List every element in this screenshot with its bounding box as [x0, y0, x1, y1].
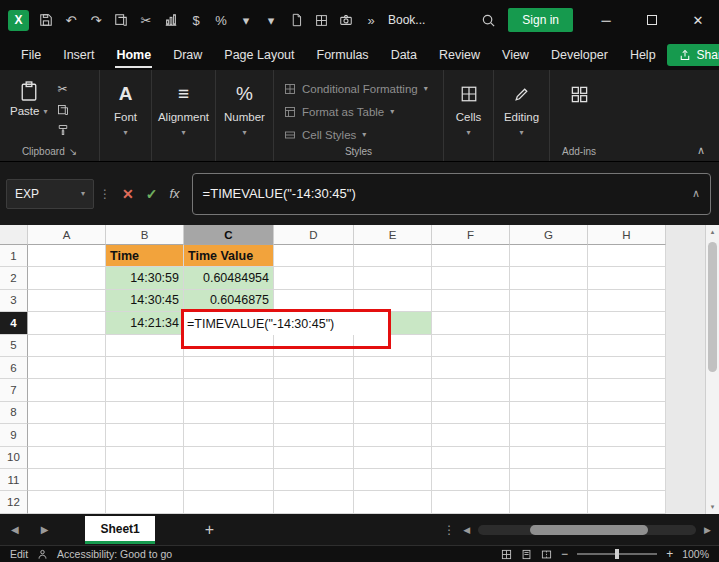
name-box[interactable]: EXP ▾ [6, 179, 94, 209]
copy-icon[interactable] [113, 12, 129, 28]
scroll-down-icon[interactable]: ▾ [706, 500, 719, 514]
fill-color-dropdown-icon[interactable]: ▾ [263, 12, 279, 28]
cell[interactable] [432, 402, 510, 424]
cell-C3[interactable]: 0.6046875 [184, 290, 274, 312]
tab-formulas[interactable]: Formulas [306, 41, 380, 69]
document-icon[interactable] [288, 12, 304, 28]
cell[interactable] [184, 379, 274, 401]
cell[interactable] [274, 245, 354, 267]
cell-B3[interactable]: 14:30:45 [106, 290, 184, 312]
next-sheet-button[interactable]: ▶ [30, 524, 60, 535]
column-header-A[interactable]: A [28, 225, 106, 245]
cell[interactable] [28, 447, 106, 469]
cell[interactable] [354, 267, 432, 289]
cell[interactable] [432, 379, 510, 401]
cell[interactable] [28, 245, 106, 267]
row-header-3[interactable]: 3 [0, 290, 28, 312]
cell[interactable] [354, 379, 432, 401]
cell[interactable] [106, 491, 184, 513]
cell-B1[interactable]: Time [106, 245, 184, 267]
tab-data[interactable]: Data [380, 41, 428, 69]
search-icon[interactable] [480, 12, 496, 28]
cell[interactable] [588, 312, 666, 334]
number-button[interactable]: % Number ▾ [216, 70, 273, 161]
cell[interactable] [184, 424, 274, 446]
cell[interactable] [432, 335, 510, 357]
cell[interactable] [510, 447, 588, 469]
tab-home[interactable]: Home [105, 41, 162, 69]
cell[interactable] [354, 469, 432, 491]
cell[interactable] [106, 424, 184, 446]
cell[interactable] [588, 491, 666, 513]
cell[interactable] [510, 335, 588, 357]
cell[interactable] [106, 335, 184, 357]
maximize-button[interactable] [631, 0, 673, 40]
editing-button[interactable]: Editing ▾ [494, 70, 549, 161]
cell-B4[interactable]: 14:21:34 [106, 312, 184, 334]
chart-icon[interactable] [163, 12, 179, 28]
cell[interactable] [588, 335, 666, 357]
row-header-7[interactable]: 7 [0, 379, 28, 401]
cell[interactable] [432, 312, 510, 334]
cell[interactable] [354, 245, 432, 267]
column-header-C[interactable]: C [184, 225, 274, 245]
close-button[interactable]: ✕ [677, 0, 719, 40]
tab-developer[interactable]: Developer [540, 41, 619, 69]
percent-style-icon[interactable]: % [213, 12, 229, 28]
clipboard-dialog-launcher[interactable]: ↘ [69, 146, 77, 157]
tab-file[interactable]: File [10, 41, 52, 69]
row-header-5[interactable]: 5 [0, 335, 28, 357]
cell[interactable] [432, 245, 510, 267]
horizontal-scrollbar[interactable] [478, 525, 696, 535]
row-header-2[interactable]: 2 [0, 267, 28, 289]
redo-icon[interactable]: ↷ [88, 12, 104, 28]
vertical-scrollbar[interactable]: ▴ ▾ [705, 225, 719, 514]
cut-icon[interactable]: ✂ [138, 12, 154, 28]
cell[interactable] [28, 290, 106, 312]
cell[interactable] [510, 424, 588, 446]
cell[interactable] [354, 335, 432, 357]
expand-formula-bar-icon[interactable]: ∧ [692, 187, 700, 200]
cell[interactable] [184, 491, 274, 513]
cell[interactable] [354, 402, 432, 424]
row-header-11[interactable]: 11 [0, 469, 28, 491]
undo-icon[interactable]: ↶ [63, 12, 79, 28]
cell[interactable] [354, 290, 432, 312]
tab-page-layout[interactable]: Page Layout [213, 41, 305, 69]
cell-B2[interactable]: 14:30:59 [106, 267, 184, 289]
save-icon[interactable] [38, 12, 54, 28]
cells-button[interactable]: Cells ▾ [444, 70, 493, 161]
row-header-6[interactable]: 6 [0, 357, 28, 379]
cell[interactable] [274, 357, 354, 379]
page-break-view-icon[interactable] [541, 549, 552, 560]
column-header-E[interactable]: E [354, 225, 432, 245]
cell[interactable] [274, 379, 354, 401]
cell[interactable] [184, 335, 274, 357]
normal-view-icon[interactable] [501, 549, 512, 560]
cell[interactable] [106, 469, 184, 491]
row-header-9[interactable]: 9 [0, 424, 28, 446]
cell[interactable] [28, 357, 106, 379]
cell[interactable] [588, 424, 666, 446]
cell[interactable] [432, 491, 510, 513]
cell[interactable] [28, 491, 106, 513]
cell[interactable] [274, 335, 354, 357]
cell[interactable] [588, 469, 666, 491]
cell[interactable] [354, 424, 432, 446]
cell[interactable] [354, 357, 432, 379]
select-all-corner[interactable] [0, 225, 28, 245]
cell[interactable] [274, 424, 354, 446]
zoom-slider-thumb[interactable] [615, 549, 619, 559]
scroll-left-icon[interactable]: ◀ [463, 525, 470, 535]
cell[interactable] [432, 357, 510, 379]
row-header-10[interactable]: 10 [0, 447, 28, 469]
zoom-out-button[interactable]: − [561, 547, 568, 561]
formula-input[interactable]: =TIMEVALUE("-14:30:45") ∧ [192, 173, 711, 215]
cell[interactable] [106, 357, 184, 379]
cell[interactable] [510, 379, 588, 401]
cell[interactable] [432, 267, 510, 289]
accessibility-status[interactable]: Accessibility: Good to go [57, 548, 172, 560]
cell[interactable] [510, 469, 588, 491]
insert-function-button[interactable]: fx [163, 186, 185, 201]
sheet-tab-sheet1[interactable]: Sheet1 [85, 516, 154, 544]
